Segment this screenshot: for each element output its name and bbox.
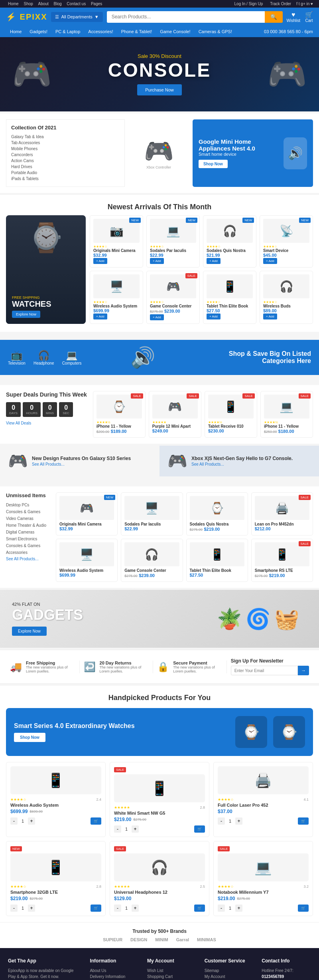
google-nest-shop-btn[interactable]: Shop Now [199, 160, 228, 168]
brands-section: Trusted by 500+ Brands SUPIEUR DESIGN MI… [0, 922, 319, 948]
product-card: SALE 🖨️ Lean on Pro M452dn $212.00 [251, 492, 313, 536]
nav-home[interactable]: Home [6, 26, 26, 37]
gadgets-explore-btn[interactable]: Explore Now [12, 627, 47, 636]
list-item[interactable]: Tab Accessories [11, 140, 120, 146]
collection-middle: 🎮 Xbox Controller [129, 119, 189, 187]
add-to-cart-button[interactable]: + Add [263, 258, 277, 264]
feature-1-link[interactable]: See All Products... [32, 462, 65, 466]
qty-decrease-btn[interactable]: - [114, 905, 121, 912]
newsletter-submit-button[interactable]: → [298, 666, 309, 675]
purchase-now-button[interactable]: Purchase Now [137, 84, 182, 95]
gadgets-discount-text: 42% FLAT ON [12, 602, 83, 607]
feature-2-title: Xbox X|S Next-Gen Say Hello to G7 Consol… [191, 456, 293, 461]
old-price: $275.00 [150, 309, 163, 313]
qty-increase-btn[interactable]: + [235, 817, 242, 825]
add-to-cart-button[interactable]: + Add [207, 258, 221, 264]
qty-decrease-btn[interactable]: - [10, 817, 18, 825]
topbar-home[interactable]: Home [8, 2, 19, 6]
list-item[interactable]: Action Cams [11, 158, 120, 164]
explore-now-button[interactable]: Explore Now [12, 311, 40, 318]
feature-2-link[interactable]: See All Products... [191, 462, 224, 466]
add-to-cart-button[interactable]: 🛒 [298, 905, 309, 912]
list-item[interactable]: iPads & Tablets [11, 176, 120, 182]
qty-increase-btn[interactable]: + [132, 825, 139, 833]
qty-increase-btn[interactable]: + [132, 905, 139, 912]
topbar-about[interactable]: About [38, 2, 49, 6]
wishlist-icon-btn[interactable]: ♥ Wishlist [287, 11, 300, 23]
cat-television[interactable]: 📺 Television [8, 350, 26, 365]
qty-cart-row: - 1 + 🛒 [218, 905, 309, 912]
list-item[interactable]: Home Theater & Audio [6, 522, 50, 529]
topbar-pages[interactable]: Pages [91, 2, 102, 6]
qty-decrease-btn[interactable]: - [218, 817, 225, 825]
add-to-cart-button[interactable]: + Add [93, 313, 107, 319]
add-to-cart-button[interactable]: 🛒 [194, 905, 205, 912]
newsletter-email-input[interactable] [231, 666, 298, 675]
list-item[interactable]: Sitemap [205, 968, 254, 974]
search-input[interactable] [107, 11, 265, 23]
handpicked-shop-btn[interactable]: Shop Now [14, 733, 45, 742]
topbar-shop[interactable]: Shop [24, 2, 33, 6]
list-item[interactable]: Delivery Information [90, 974, 139, 980]
nav-gadgets[interactable]: Gadgets! [26, 26, 51, 37]
list-item[interactable]: Smart Electronics [6, 536, 50, 542]
product-price: $249.00 [152, 429, 198, 433]
list-item[interactable]: Wish List [147, 968, 197, 974]
search-button[interactable]: 🔍 [265, 11, 283, 23]
see-all-products-link[interactable]: See All Products... [6, 557, 39, 561]
nav-pc-laptop[interactable]: PC & Laptop [51, 26, 84, 37]
add-to-cart-button[interactable]: 🛒 [91, 905, 101, 912]
product-card: NEW 📷 ★★★★☆ Originals Mini Camera $32.99… [90, 215, 143, 268]
tablet-icon: 📱 [223, 280, 237, 293]
nav-game-console[interactable]: Game Console! [156, 26, 194, 37]
nav-phone-tablet[interactable]: Phone & Tablet! [117, 26, 156, 37]
cat-computers[interactable]: 💻 Computers [62, 350, 82, 365]
list-item[interactable]: Mobile Phones [11, 146, 120, 152]
list-item[interactable]: My Account [205, 974, 254, 980]
topbar-contact[interactable]: Contact us [67, 2, 86, 6]
qty-decrease-btn[interactable]: - [114, 825, 121, 833]
department-selector[interactable]: ☰ All Departments ▼ [51, 12, 102, 22]
nav-cameras[interactable]: Cameras & GPS! [195, 26, 236, 37]
list-item[interactable]: Camcorders [11, 152, 120, 158]
topbar-blog[interactable]: Blog [54, 2, 62, 6]
social-icons: f t g+ in ♥ [296, 2, 313, 6]
qty-increase-btn[interactable]: + [28, 817, 35, 825]
qty-decrease-btn[interactable]: - [10, 905, 18, 912]
nav-accessories[interactable]: Accessories! [84, 26, 117, 37]
google-nest-subtitle: Smart home device [199, 152, 280, 157]
list-item[interactable]: Desktop PCs [6, 502, 50, 508]
cart-icon-btn[interactable]: 🛒 Cart [305, 11, 313, 23]
add-to-cart-button[interactable]: + Add [263, 313, 277, 319]
cat-headphone[interactable]: 🎧 Headphone [33, 350, 54, 365]
list-item[interactable]: Shopping Cart [147, 974, 197, 980]
qty-cart-row: - 1 + 🛒 [114, 905, 205, 912]
login-signup-link[interactable]: Log In / Sign Up [234, 2, 263, 6]
add-to-cart-button[interactable]: + Add [150, 258, 164, 264]
list-item[interactable]: About Us [90, 968, 139, 974]
list-item[interactable]: Consoles & Games [6, 508, 50, 515]
add-to-cart-button[interactable]: + Add [207, 313, 221, 319]
tv-cat-label: Television [8, 361, 26, 365]
xbox-display: 🎮 Xbox Controller [144, 137, 174, 169]
list-item[interactable]: Digital Cameras [6, 529, 50, 536]
add-to-cart-button[interactable]: + Add [150, 314, 164, 320]
google-nest-info: Google Mini Home Appliances Nest 4.0 Sma… [199, 138, 280, 168]
banner-device-showcase: 🔊 [90, 346, 197, 369]
add-to-cart-button[interactable]: 🛒 [194, 825, 205, 833]
product-name: Wireless Audio System [59, 568, 114, 573]
list-item[interactable]: Hard Drives [11, 164, 120, 170]
qty-decrease-btn[interactable]: - [218, 905, 225, 912]
list-item[interactable]: Portable Audio [11, 170, 120, 176]
view-all-deals-link[interactable]: View All Deals [6, 421, 31, 425]
list-item[interactable]: Consoles & Games [6, 542, 50, 549]
add-to-cart-button[interactable]: 🛒 [91, 817, 101, 825]
list-item[interactable]: Accessories [6, 549, 50, 556]
list-item[interactable]: Video Cameras [6, 515, 50, 522]
list-item[interactable]: Galaxy Tab & Idea [11, 134, 120, 140]
qty-increase-btn[interactable]: + [28, 905, 35, 912]
add-to-cart-button[interactable]: + Add [93, 258, 107, 264]
track-order-link[interactable]: Track Order [270, 2, 291, 6]
qty-increase-btn[interactable]: + [235, 905, 242, 912]
add-to-cart-button[interactable]: 🛒 [298, 817, 309, 825]
